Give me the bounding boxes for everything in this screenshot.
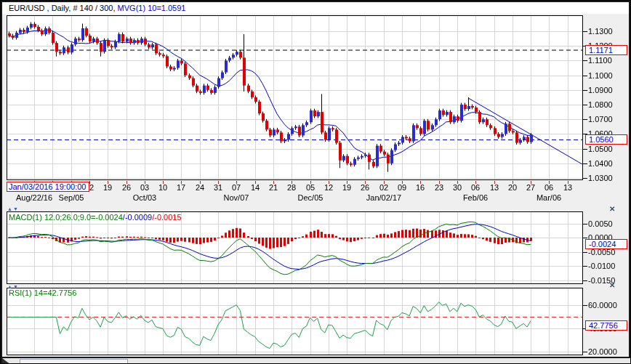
time-day-label: 16 <box>412 183 428 192</box>
time-day-label: 28 <box>284 183 300 192</box>
price-tick-label: 1.1000 <box>588 71 613 80</box>
panel-splitter-icon-macd[interactable]: ▲▼ <box>7 206 19 211</box>
price-tick-label: 1.1300 <box>588 27 613 36</box>
time-month-label: Nov/07 <box>207 193 265 202</box>
price-tick-label: 1.1100 <box>588 56 612 65</box>
price-tick-label: 1.0400 <box>588 159 613 168</box>
rsi-tick-label: 60.0000 <box>588 301 617 310</box>
macd-main-value-label: MACD(1) 12.0;26.0;9.0=-0.0024 <box>9 213 123 222</box>
time-day-label: 31 <box>210 183 226 192</box>
time-day-label: 06 <box>467 183 483 192</box>
macd-close-icon[interactable]: ✕ <box>609 206 618 214</box>
time-day-label: 19 <box>100 183 116 192</box>
panel-splitter-icon-rsi[interactable]: ▲▼ <box>7 284 19 289</box>
price-level-box-lower[interactable]: 1.0560 <box>585 134 627 145</box>
time-day-label: 24 <box>192 183 208 192</box>
selected-date-box: Jan/03/2016 19:00:00 <box>7 182 89 192</box>
time-day-label: 03 <box>137 183 153 192</box>
time-month-label: Feb/06 <box>446 193 505 202</box>
horizontal-scrollbar-thumb[interactable] <box>20 359 128 364</box>
time-day-label: 13 <box>560 183 576 192</box>
chart-window: EUR/USD , Daily, # 140 / 300, MVG(1) 10=… <box>0 0 631 364</box>
price-tick-label: 1.0800 <box>588 100 613 109</box>
chart-title-bar: EUR/USD , Daily, # 140 / 300, MVG(1) 10=… <box>2 2 629 14</box>
macd-histogram-value-label: /-0.0015 <box>152 213 181 222</box>
macd-tick-label: -0.0100 <box>588 262 615 270</box>
rsi-close-icon[interactable]: ✕ <box>609 282 618 290</box>
time-day-label: 26 <box>118 183 134 192</box>
time-day-label: 20 <box>505 183 521 192</box>
time-day-label: 10 <box>155 183 171 192</box>
rsi-indicator-label: RSI(1) 14=42.7756 <box>9 288 76 297</box>
time-day-label: 13 <box>486 183 502 192</box>
title-mvg-value: MVG(1) 10=1.0591 <box>118 4 186 12</box>
time-month-label: Oct/03 <box>116 193 174 202</box>
macd-value-box: -0.0024 <box>585 239 627 249</box>
title-symbol-info: EUR/USD , Daily, # 140 / 300, <box>9 4 118 12</box>
time-day-label: 30 <box>449 183 465 192</box>
rsi-value-box: 42.7756 <box>585 320 627 331</box>
price-tick-label: 1.0500 <box>588 145 613 153</box>
macd-tick-label: 0.0050 <box>588 219 613 228</box>
time-month-label: Sep/05 <box>42 193 100 202</box>
time-day-label: 12 <box>321 183 337 192</box>
time-day-label: 21 <box>265 183 281 192</box>
time-day-label: 26 <box>357 183 373 192</box>
price-tick-label: 1.0300 <box>588 174 613 182</box>
price-tick-label: 1.0900 <box>588 86 613 94</box>
price-tick-label: 1.0700 <box>588 115 613 124</box>
price-level-box-upper[interactable]: 1.1171 <box>585 45 627 55</box>
time-day-label: 06 <box>541 183 557 192</box>
time-day-label: 23 <box>431 183 447 192</box>
time-month-label: Dec/05 <box>281 193 339 202</box>
chart-canvas[interactable] <box>1 1 631 364</box>
time-day-label: 19 <box>339 183 355 192</box>
time-day-label: 07 <box>228 183 244 192</box>
time-month-label: Mar/06 <box>520 193 578 202</box>
time-day-label: 27 <box>523 183 539 192</box>
time-month-label: Jan/02/17 <box>355 193 413 202</box>
macd-signal-value-label: /-0.0009 <box>123 213 152 222</box>
time-day-label: 14 <box>247 183 263 192</box>
time-day-label: 02 <box>376 183 392 192</box>
time-day-label: 05 <box>302 183 318 192</box>
time-day-label: 09 <box>394 183 410 192</box>
rsi-tick-label: 20.0000 <box>588 347 617 356</box>
time-day-label: 17 <box>173 183 189 192</box>
scrollbar-corner-notch <box>2 358 11 364</box>
macd-indicator-label: MACD(1) 12.0;26.0;9.0=-0.0024/-0.0009/-0… <box>9 213 182 222</box>
